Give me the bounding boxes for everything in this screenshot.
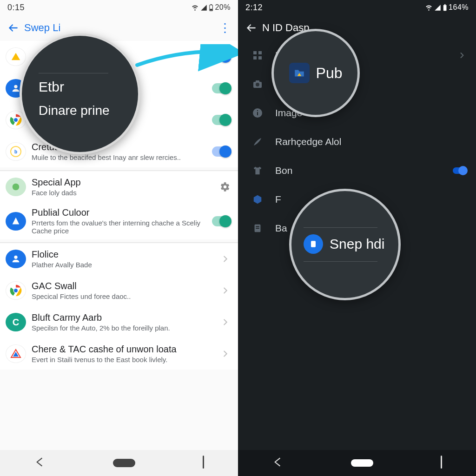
contacts-icon	[6, 250, 26, 268]
svg-marker-3	[12, 53, 20, 60]
svg-point-27	[256, 83, 259, 86]
list-item[interactable]: Publial Culoor Prrterts fom the ovalue's…	[0, 203, 238, 239]
chevron-right-icon	[205, 254, 231, 264]
toggle-switch[interactable]	[453, 167, 467, 174]
nav-recent-button[interactable]	[441, 456, 443, 470]
item-sub: Face loly dads	[32, 189, 205, 197]
signal-icon	[434, 4, 441, 11]
dark-pane: 2:12 164% N ID Dasp Pub	[238, 0, 476, 476]
appbar-right: N ID Dasp	[238, 15, 476, 41]
nav-recent-icon	[203, 456, 205, 469]
chevron-right-icon	[205, 349, 231, 359]
svg-rect-24	[253, 56, 257, 60]
svg-rect-23	[258, 51, 262, 54]
nav-back-icon	[33, 456, 46, 468]
item-sub: Specilsn for the Auto, 2% bo the foreill…	[32, 324, 205, 332]
status-time: 2:12	[245, 3, 263, 13]
app-icon: b	[6, 142, 26, 161]
nav-home-button[interactable]	[351, 459, 373, 467]
toggle-switch[interactable]	[212, 146, 231, 157]
svg-point-13	[14, 256, 17, 259]
magnifier-callout-left: Etbr Dinare prine	[20, 33, 140, 154]
svg-rect-37	[311, 241, 316, 247]
list-item[interactable]: Flolice Plather Avally Bade	[0, 243, 238, 275]
item-title: Rarhçedge Alol	[275, 136, 467, 147]
chrome-icon	[6, 281, 26, 300]
toggle-switch[interactable]	[212, 216, 231, 226]
nav-recent-icon	[441, 456, 443, 469]
svg-rect-21	[444, 4, 445, 5]
gear-icon[interactable]	[205, 181, 231, 193]
nav-back-button[interactable]	[271, 456, 284, 470]
magnifier-callout-top: Pub	[271, 29, 360, 117]
status-time: 0:15	[7, 3, 25, 13]
nav-recent-button[interactable]	[203, 456, 205, 470]
chevron-right-icon	[205, 317, 231, 327]
svg-text:b: b	[14, 149, 17, 154]
svg-rect-19	[203, 456, 204, 469]
magnifier-callout-bottom: Snep hdi	[289, 189, 401, 300]
back-button[interactable]	[4, 19, 22, 37]
list-item[interactable]: Bon	[238, 156, 476, 185]
svg-rect-20	[443, 5, 447, 10]
nav-back-icon	[271, 456, 284, 468]
cube-icon	[247, 190, 268, 209]
light-pane: 0:15 20% Swep Li ⋮	[0, 0, 238, 476]
app-icon	[6, 212, 26, 231]
status-indicators: 164%	[425, 3, 469, 12]
note-icon	[247, 219, 268, 238]
list-item[interactable]: GAC Swall Specical Fictes und foree daoc…	[0, 275, 238, 306]
page-title: Swep Li	[22, 22, 216, 34]
list-item[interactable]: Image Tolo	[238, 99, 476, 127]
item-title: Chere & TAC cashe of unwon loata	[32, 344, 205, 355]
svg-rect-31	[257, 110, 258, 111]
signal-icon	[200, 4, 207, 11]
item-sub: Specical Fictes und foree daoc..	[32, 292, 205, 300]
app-icon	[6, 47, 26, 66]
item-sub: Muile to the beacifed best Inay anr slew…	[32, 153, 205, 161]
svg-rect-22	[253, 51, 257, 54]
svg-rect-28	[256, 80, 259, 82]
item-sub: Plather Avally Bade	[32, 261, 205, 269]
battery-icon	[209, 4, 213, 11]
svg-rect-35	[441, 456, 442, 469]
item-title: Publial Culoor	[32, 207, 205, 218]
app-icon	[6, 344, 26, 363]
statusbar-left: 0:15 20%	[0, 0, 238, 15]
svg-rect-34	[256, 228, 259, 229]
toggle-switch[interactable]	[212, 83, 231, 93]
back-button[interactable]	[242, 19, 260, 37]
app-icon	[304, 234, 323, 254]
chevron-right-icon	[448, 51, 467, 60]
svg-rect-30	[257, 112, 258, 115]
svg-point-4	[14, 85, 17, 88]
callout-line1: Etbr	[39, 79, 64, 95]
callout-line2: Dinare prine	[39, 103, 110, 118]
appbar-left: Swep Li ⋮	[0, 15, 238, 41]
chevron-right-icon	[205, 285, 231, 296]
folder-icon	[289, 63, 310, 83]
nav-back-button[interactable]	[33, 456, 46, 470]
svg-rect-33	[256, 226, 259, 227]
item-title: Special App	[32, 177, 205, 188]
item-sub: Prrterts fom the ovalue's ther interning…	[32, 219, 205, 235]
list-item[interactable]: C Bluft Carmy Aarb Specilsn for the Auto…	[0, 306, 238, 338]
arrow-icon	[135, 44, 238, 72]
item-title: Bluft Carmy Aarb	[32, 312, 205, 323]
battery-pct: 20%	[215, 3, 231, 12]
list-item[interactable]: Chere & TAC cashe of unwon loata Evert i…	[0, 338, 238, 370]
overflow-menu-button[interactable]: ⋮	[216, 21, 234, 35]
list-item[interactable]: b Cretual Neo Muile to the beacifed best…	[0, 136, 238, 167]
item-sub: Evert in Staili tvenus to the East book …	[32, 356, 205, 364]
app-icon: C	[6, 313, 26, 331]
list-item[interactable]: Special App Face loly dads	[0, 171, 238, 203]
grid-icon	[247, 46, 268, 65]
page-title: N ID Dasp	[260, 22, 472, 34]
toggle-switch[interactable]	[212, 115, 231, 125]
navbar-left	[0, 450, 238, 476]
nav-home-button[interactable]	[113, 459, 135, 467]
app-icon	[6, 178, 26, 196]
statusbar-right: 2:12 164%	[238, 0, 476, 15]
shirt-icon	[247, 161, 268, 180]
list-item[interactable]: Rarhçedge Alol	[238, 127, 476, 156]
